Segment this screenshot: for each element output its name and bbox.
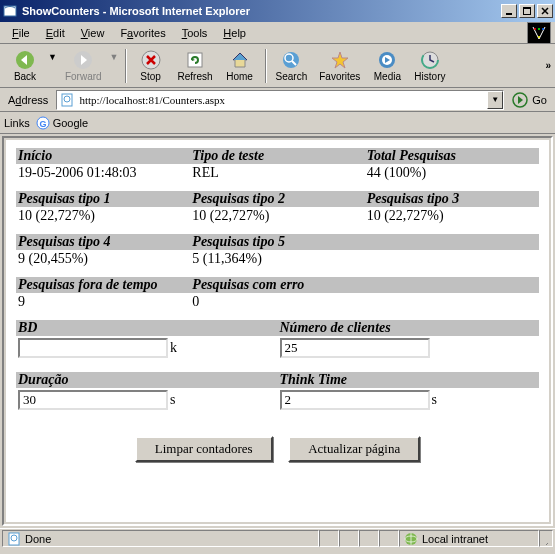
ie-logo-icon	[527, 22, 551, 44]
val-p2: 10 (22,727%)	[190, 207, 364, 234]
toolbar-overflow-icon[interactable]: »	[545, 60, 551, 71]
forward-button: Forward	[59, 46, 108, 86]
menu-edit[interactable]: Edit	[38, 25, 73, 41]
links-bar: Links G Google	[0, 112, 555, 134]
minimize-button[interactable]	[501, 4, 517, 18]
menu-help[interactable]: Help	[215, 25, 254, 41]
menu-tools[interactable]: Tools	[174, 25, 216, 41]
table-row: Pesquisas fora de tempo Pesquisas com er…	[16, 277, 539, 293]
input-bd[interactable]	[18, 338, 168, 358]
status-zone-segment: Local intranet	[399, 530, 539, 547]
svg-rect-3	[523, 7, 531, 9]
title-bar: ShowCounters - Microsoft Internet Explor…	[0, 0, 555, 22]
refresh-icon	[185, 50, 205, 70]
hdr-p4: Pesquisas tipo 4	[16, 234, 190, 250]
back-icon	[15, 50, 35, 70]
close-button[interactable]	[537, 4, 553, 18]
val-tipo: REL	[190, 164, 364, 191]
refresh-page-button[interactable]: Actualizar página	[288, 436, 420, 462]
status-text: Done	[25, 533, 51, 545]
lbl-bd: BD	[16, 320, 278, 336]
google-icon: G	[36, 116, 50, 130]
status-text-segment: Done	[2, 530, 319, 547]
form-row: BD k Número de clientes	[16, 320, 539, 368]
status-bar: Done Local intranet	[0, 528, 555, 548]
input-think[interactable]	[280, 390, 430, 410]
input-clients[interactable]	[280, 338, 430, 358]
stop-button[interactable]: Stop	[130, 46, 172, 86]
back-button[interactable]: Back	[4, 46, 46, 86]
maximize-button[interactable]	[519, 4, 535, 18]
svg-rect-1	[506, 13, 512, 15]
hdr-fora: Pesquisas fora de tempo	[16, 277, 190, 293]
favorites-button[interactable]: Favorites	[313, 46, 366, 86]
app-icon	[2, 3, 18, 19]
val-total: 44 (100%)	[365, 164, 539, 191]
media-button[interactable]: Media	[366, 46, 408, 86]
unit-think: s	[432, 392, 437, 408]
done-icon	[7, 532, 21, 546]
clear-counters-button[interactable]: Limpar contadores	[135, 436, 273, 462]
resize-grip[interactable]	[539, 530, 553, 547]
address-field-wrap: ▼	[56, 90, 504, 110]
back-dropdown[interactable]: ▼	[46, 52, 59, 62]
page-icon	[59, 92, 75, 108]
table-row: Pesquisas tipo 1 Pesquisas tipo 2 Pesqui…	[16, 191, 539, 207]
hdr-p5: Pesquisas tipo 5	[190, 234, 364, 250]
links-label: Links	[4, 117, 30, 129]
svg-line-30	[546, 535, 548, 545]
search-button[interactable]: Search	[270, 46, 314, 86]
search-icon	[281, 50, 301, 70]
input-duration[interactable]	[18, 390, 168, 410]
lbl-clients: Número de clientes	[278, 320, 540, 336]
lbl-think: Think Time	[278, 372, 540, 388]
address-bar: Address ▼ Go	[0, 88, 555, 112]
table-row: 19-05-2006 01:48:03 REL 44 (100%)	[16, 164, 539, 191]
table-row: Início Tipo de teste Total Pesquisas	[16, 148, 539, 164]
val-p5: 5 (11,364%)	[190, 250, 364, 277]
unit-bd: k	[170, 340, 177, 356]
form-row: Duração s Think Time s	[16, 372, 539, 420]
menu-bar: File Edit View Favorites Tools Help	[0, 22, 555, 44]
go-button[interactable]: Go	[508, 90, 551, 110]
val-p1: 10 (22,727%)	[16, 207, 190, 234]
page-content[interactable]: Início Tipo de teste Total Pesquisas 19-…	[6, 140, 549, 522]
address-label: Address	[4, 94, 52, 106]
history-button[interactable]: History	[408, 46, 451, 86]
table-row: Pesquisas tipo 4 Pesquisas tipo 5	[16, 234, 539, 250]
svg-text:G: G	[39, 119, 46, 129]
button-row: Limpar contadores Actualizar página	[16, 424, 539, 474]
hdr-p2: Pesquisas tipo 2	[190, 191, 364, 207]
val-p3: 10 (22,727%)	[365, 207, 539, 234]
menu-file[interactable]: File	[4, 25, 38, 41]
hdr-p3: Pesquisas tipo 3	[365, 191, 539, 207]
address-dropdown[interactable]: ▼	[487, 91, 503, 109]
table-row: 9 (20,455%) 5 (11,364%)	[16, 250, 539, 277]
favorites-icon	[330, 50, 350, 70]
window-title: ShowCounters - Microsoft Internet Explor…	[22, 5, 501, 17]
val-inicio: 19-05-2006 01:48:03	[16, 164, 190, 191]
history-icon	[420, 50, 440, 70]
menu-favorites[interactable]: Favorites	[112, 25, 173, 41]
toolbar: Back ▼ Forward ▼ Stop Refresh Home Searc…	[0, 44, 555, 88]
svg-point-6	[538, 28, 540, 30]
intranet-icon	[404, 532, 418, 546]
stop-icon	[141, 50, 161, 70]
svg-point-5	[534, 28, 536, 30]
val-p4: 9 (20,455%)	[16, 250, 190, 277]
hdr-total: Total Pesquisas	[365, 148, 539, 164]
forward-dropdown: ▼	[108, 52, 121, 62]
val-fora: 9	[16, 293, 190, 320]
refresh-button[interactable]: Refresh	[172, 46, 219, 86]
table-row: 9 0	[16, 293, 539, 320]
svg-point-8	[538, 36, 540, 38]
unit-duration: s	[170, 392, 175, 408]
content-area: Início Tipo de teste Total Pesquisas 19-…	[2, 136, 553, 526]
svg-point-7	[542, 28, 544, 30]
menu-view[interactable]: View	[73, 25, 113, 41]
link-google[interactable]: G Google	[36, 116, 88, 130]
hdr-erro: Pesquisas com erro	[190, 277, 364, 293]
status-zone: Local intranet	[422, 533, 488, 545]
address-input[interactable]	[77, 94, 487, 106]
home-button[interactable]: Home	[219, 46, 261, 86]
